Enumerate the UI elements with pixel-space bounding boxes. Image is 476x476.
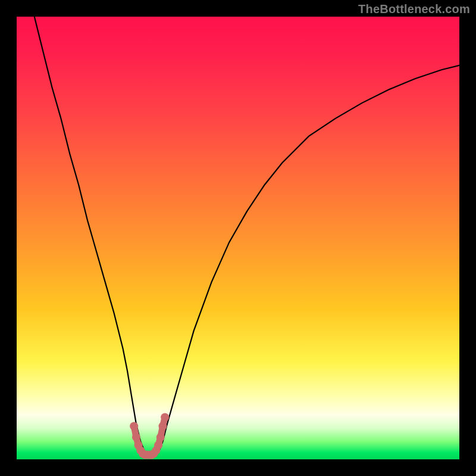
chart-frame: TheBottleneck.com	[0, 0, 476, 476]
marker-dot	[154, 441, 162, 449]
plot-area	[17, 17, 459, 459]
marker-dot	[159, 422, 167, 430]
marker-dot	[156, 433, 165, 441]
marker-dot	[130, 422, 138, 430]
watermark-text: TheBottleneck.com	[358, 2, 470, 16]
marker-dot	[132, 433, 140, 441]
bottleneck-curve	[35, 17, 459, 457]
marker-dot	[161, 413, 169, 421]
chart-svg	[17, 17, 459, 459]
